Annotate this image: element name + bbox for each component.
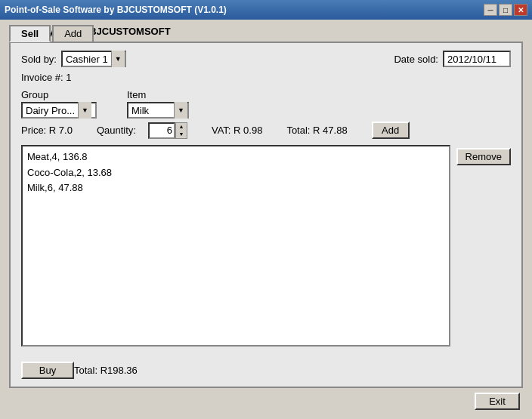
item-dropdown-arrow[interactable]: ▼ [174, 102, 187, 119]
list-item[interactable]: Milk,6, 47.88 [27, 180, 444, 196]
item-dropdown[interactable]: Milk ▼ [127, 102, 189, 119]
item-label: Item [127, 89, 189, 100]
group-col: Group Dairy Pro... ▼ [21, 89, 97, 119]
cashier-dropdown-arrow[interactable]: ▼ [111, 51, 125, 67]
group-value: Dairy Pro... [23, 105, 78, 116]
group-label: Group [21, 89, 97, 100]
quantity-value: 6 [167, 125, 172, 136]
date-sold-label: Date sold: [394, 54, 438, 65]
items-list[interactable]: Meat,4, 136.8Coco-Cola,2, 13.68Milk,6, 4… [21, 145, 450, 347]
tabs: Sell Add [9, 25, 95, 42]
remove-button[interactable]: Remove [456, 148, 511, 165]
item-value: Milk [128, 105, 174, 116]
sold-by-date-row: Sold by: Cashier 1 ▼ Date sold: 2012/10/… [21, 51, 511, 67]
invoice-row: Invoice #: 1 [21, 72, 511, 83]
title-bar: Point-of-Sale Software by BJCUSTOMSOFT (… [0, 0, 532, 20]
sold-by-group: Sold by: Cashier 1 ▼ [21, 51, 394, 67]
add-button[interactable]: Add [372, 122, 410, 139]
quantity-up-button[interactable]: ▲ [176, 123, 187, 131]
price-qty-row: Price: R 7.0 Qauntity: 6 ▲ ▼ VAT: R 0.98… [21, 122, 511, 139]
total-line-label: Total: R 47.88 [286, 125, 347, 136]
window-footer: Exit [9, 388, 523, 413]
close-button[interactable]: ✕ [514, 4, 527, 16]
vat-label: VAT: R 0.98 [212, 125, 262, 136]
quantity-spinners: ▲ ▼ [175, 122, 187, 139]
price-label: Price: R 7.0 [21, 125, 73, 136]
group-item-row: Group Dairy Pro... ▼ Item Milk ▼ [21, 89, 511, 119]
window-controls: ─ □ ✕ [484, 4, 527, 16]
quantity-input-group: 6 ▲ ▼ [148, 122, 187, 139]
window-body: Company Name: BJCUSTOMSOFT Sell Add Sold… [0, 20, 532, 419]
date-group: Date sold: 2012/10/11 [394, 51, 511, 67]
list-row: Meat,4, 136.8Coco-Cola,2, 13.68Milk,6, 4… [21, 145, 511, 353]
sold-by-label: Sold by: [21, 54, 57, 65]
invoice-label: Invoice #: 1 [21, 72, 72, 83]
tab-sell[interactable]: Sell [9, 25, 51, 42]
item-col: Item Milk ▼ [127, 89, 189, 119]
list-item[interactable]: Meat,4, 136.8 [27, 149, 444, 165]
minimize-button[interactable]: ─ [484, 4, 497, 16]
remove-col: Remove [456, 145, 511, 353]
title-text: Point-of-Sale Software by BJCUSTOMSOFT (… [5, 5, 227, 15]
list-item[interactable]: Coco-Cola,2, 13.68 [27, 165, 444, 180]
cashier-value: Cashier 1 [63, 54, 111, 65]
tab-wrapper: Sell Add Sold by: Cashier 1 ▼ Date sold: [9, 42, 523, 388]
list-col: Meat,4, 136.8Coco-Cola,2, 13.68Milk,6, 4… [21, 145, 450, 353]
quantity-input[interactable]: 6 [148, 122, 175, 139]
group-dropdown-arrow[interactable]: ▼ [78, 102, 91, 119]
group-dropdown[interactable]: Dairy Pro... ▼ [21, 102, 97, 119]
quantity-down-button[interactable]: ▼ [176, 131, 187, 138]
footer-row: Buy Total: R198.36 [21, 359, 511, 379]
total-label: Total: R198.36 [74, 365, 138, 376]
tab-sell-content: Sold by: Cashier 1 ▼ Date sold: 2012/10/… [11, 43, 521, 387]
quantity-label: Qauntity: [97, 125, 136, 136]
tab-panel: Sold by: Cashier 1 ▼ Date sold: 2012/10/… [9, 42, 523, 388]
date-value: 2012/10/11 [447, 54, 496, 65]
exit-button[interactable]: Exit [475, 393, 520, 410]
date-input[interactable]: 2012/10/11 [443, 51, 511, 67]
cashier-dropdown[interactable]: Cashier 1 ▼ [61, 51, 126, 67]
tab-add[interactable]: Add [52, 25, 94, 42]
buy-button[interactable]: Buy [21, 362, 74, 379]
maximize-button[interactable]: □ [499, 4, 512, 16]
